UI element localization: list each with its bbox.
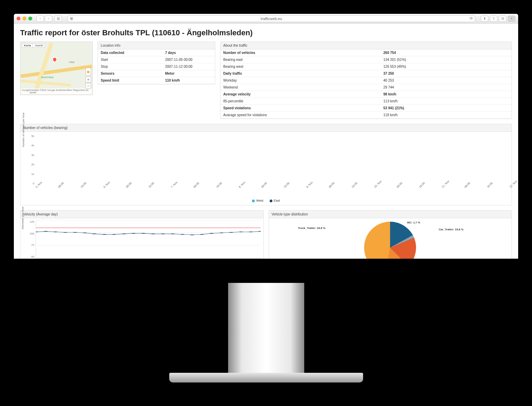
pie-label-trucktrailer: Truck_Trailer: 18.8 %: [298, 227, 326, 230]
zoom-out-button[interactable]: −: [85, 83, 91, 89]
svg-point-10: [132, 233, 136, 234]
vehicles-bearing-header: Number of vehicles (bearing): [20, 124, 512, 132]
svg-point-7: [102, 234, 107, 235]
table-row: Workday40 253: [220, 77, 512, 84]
vehicle-type-header: Vehicle type distribution: [269, 211, 512, 218]
svg-point-3: [63, 232, 67, 233]
tabs-button[interactable]: ⧉: [499, 16, 506, 22]
bar-ylabel: Number of vehicles per hour: [22, 112, 25, 147]
address-bar[interactable]: ⛨ trafficweb.eu ⟳: [67, 15, 475, 22]
pie-graphic: [364, 222, 416, 259]
page-content: Traffic report for öster Brohults TPL (1…: [14, 24, 518, 259]
reload-icon[interactable]: ⟳: [470, 16, 473, 21]
streetview-icon[interactable]: ◉: [85, 68, 91, 75]
svg-point-19: [219, 232, 224, 233]
table-row: Stop2007-11-12 00:00: [98, 63, 215, 70]
svg-point-1: [44, 231, 48, 232]
pie-label-mc: MC: 1.7 %: [407, 221, 420, 224]
download-button[interactable]: ⬇: [481, 16, 488, 22]
vehicles-bearing-panel: Number of vehicles (bearing) Number of v…: [20, 124, 512, 205]
table-row: Daily traffic37 250: [220, 70, 512, 77]
map-poi-label: NetOnNet: [41, 76, 54, 79]
velocity-plot: [36, 220, 261, 258]
about-traffic-table: Number of vehicles260 754Bearing east134…: [220, 49, 512, 119]
location-info-panel: Location info Data collected7 daysStart2…: [98, 41, 215, 84]
table-row: 85-percentile113 km/h: [220, 98, 512, 105]
map-area-label: Väla: [69, 61, 74, 64]
legend-west-icon: [252, 200, 255, 202]
velocity-header: Velocity (Average day): [20, 211, 263, 218]
svg-point-6: [92, 233, 97, 234]
new-tab-button[interactable]: +: [508, 16, 515, 22]
vehicle-type-panel: Vehicle type distribution MC: 1.7 % Car_…: [269, 210, 512, 259]
svg-point-9: [122, 233, 126, 234]
bar-yaxis: 5k4k3k2k1k0: [29, 135, 34, 185]
map-attribution: Google Kartdata ©2016 Google Användarvil…: [21, 89, 92, 94]
svg-point-2: [54, 231, 58, 232]
map-tab-satellit[interactable]: Satellit: [33, 43, 45, 48]
close-window-icon[interactable]: [17, 17, 20, 20]
table-row: Bearing west126 553 (49%): [220, 63, 512, 70]
zoom-in-button[interactable]: +: [85, 77, 91, 82]
vehicle-type-chart: MC: 1.7 % Car_Trailer: 19.8 % Truck_Trai…: [269, 218, 512, 259]
share-button[interactable]: ⇪: [490, 16, 497, 22]
svg-point-13: [161, 233, 165, 234]
svg-point-12: [151, 233, 155, 234]
minimize-window-icon[interactable]: [22, 17, 26, 20]
svg-point-11: [141, 233, 145, 234]
svg-point-20: [229, 232, 233, 233]
velocity-panel: Velocity (Average day) Kilometer per hou…: [20, 210, 264, 259]
svg-point-15: [180, 234, 184, 235]
legend-east-icon: [270, 200, 272, 202]
table-row: Speed violations53 941 (21%): [220, 105, 512, 112]
bar-legend: West East: [20, 197, 512, 205]
table-row: Weekend29 744: [220, 84, 512, 91]
table-row: Avarage speed for violations118 km/h: [220, 112, 512, 119]
shield-icon: ⛨: [70, 17, 74, 21]
table-row: Number of vehicles260 754: [220, 49, 512, 56]
svg-point-14: [171, 233, 175, 234]
map-tab-karta[interactable]: Karta: [22, 43, 33, 48]
svg-point-17: [200, 234, 204, 235]
vehicles-bearing-chart: Number of vehicles per hour 5k4k3k2k1k0 …: [20, 132, 512, 197]
bar-xaxis: 5. Nov08:0016:006. Nov08:0016:007. Nov08…: [35, 186, 509, 196]
about-traffic-header: About the traffic: [220, 42, 512, 49]
svg-point-16: [190, 234, 194, 235]
velocity-chart: Kilometer per hour 1251007550: [20, 218, 263, 259]
browser-toolbar: ‹ › ▥ ⛨ trafficweb.eu ⟳ ⬇ ⇪ ⧉ +: [14, 14, 518, 24]
table-row: Start2007-11-05 00:00: [98, 56, 215, 63]
pie-label-cartrailer: Car_Trailer: 19.8 %: [439, 228, 464, 231]
svg-point-22: [249, 231, 253, 232]
table-row: Data collected7 days: [98, 49, 215, 56]
svg-point-18: [210, 233, 214, 234]
map-widget[interactable]: Karta Satellit NetOnNet Väla ◉ + − Googl…: [20, 41, 93, 95]
svg-point-4: [73, 232, 77, 233]
svg-point-5: [83, 232, 87, 233]
about-traffic-panel: About the traffic Number of vehicles260 …: [220, 41, 512, 119]
forward-button[interactable]: ›: [45, 16, 52, 22]
table-row: Average velocity98 km/h: [220, 91, 512, 98]
table-row: Speed limit110 km/h: [98, 77, 215, 84]
page-title: Traffic report for öster Brohults TPL (1…: [20, 28, 512, 37]
sidebar-button[interactable]: ▥: [54, 16, 62, 22]
bar-bars: [35, 135, 509, 185]
table-row: Bearing east134 201 (51%): [220, 56, 512, 63]
svg-point-21: [239, 231, 243, 232]
location-info-table: Data collected7 daysStart2007-11-05 00:0…: [98, 49, 215, 84]
window-controls: [17, 17, 32, 20]
velocity-ylabel: Kilometer per hour: [21, 206, 24, 229]
url-text: trafficweb.eu: [261, 17, 282, 21]
svg-point-8: [112, 234, 116, 235]
location-info-header: Location info: [98, 42, 215, 49]
table-row: SensorsMetor: [98, 70, 215, 77]
velocity-yaxis: 1251007550: [28, 220, 34, 258]
back-button[interactable]: ‹: [36, 16, 44, 22]
maximize-window-icon[interactable]: [28, 17, 32, 20]
